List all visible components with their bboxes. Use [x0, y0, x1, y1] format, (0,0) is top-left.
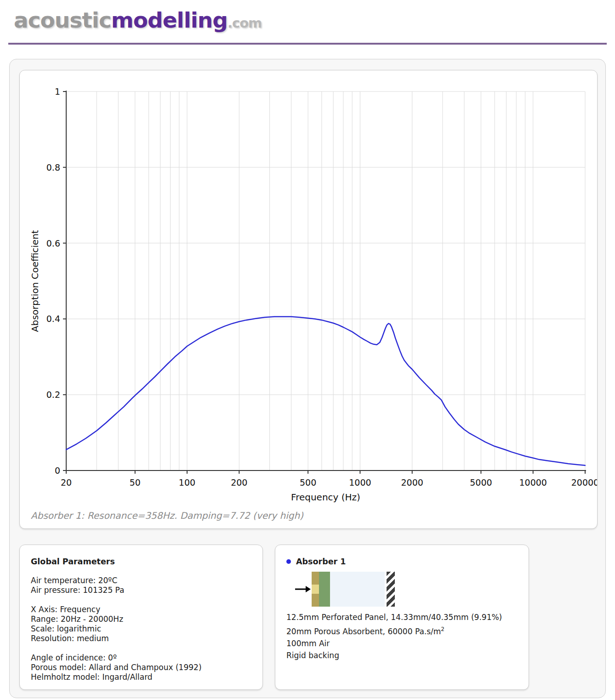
absorber-header: Absorber 1 — [286, 557, 519, 566]
y-tick-label: 0.8 — [46, 162, 60, 172]
layer-air-gap — [330, 572, 385, 607]
logo-part-modelling: modelling — [111, 7, 228, 33]
param-line: Porous model: Allard and Champoux (1992) — [31, 663, 253, 672]
x-tick-label: 10000 — [519, 477, 547, 488]
y-tick-label: 0.2 — [46, 390, 60, 400]
param-line: Angle of incidence: 0º — [31, 653, 253, 663]
incidence-arrow-icon — [295, 585, 311, 593]
y-tick-label: 0 — [55, 465, 60, 476]
layer-porous-absorbent — [319, 572, 330, 607]
absorber-spec-line: 100mm Air — [286, 637, 519, 649]
absorber-spec-line: 12.5mm Perforated Panel, 14.33mm/40.35mm… — [286, 611, 519, 623]
chart-card: 2050100200500100020005000100002000000.20… — [19, 70, 598, 529]
x-tick-label: 200 — [231, 477, 247, 488]
absorber-spec-line: Rigid backing — [286, 649, 519, 661]
absorber-spec-line: 20mm Porous Absorbent, 60000 Pa.s/m2 — [286, 623, 519, 637]
global-parameters-list: Air temperature: 20ºCAir pressure: 10132… — [31, 576, 253, 682]
x-tick-label: 1000 — [349, 477, 371, 488]
x-tick-label: 100 — [179, 477, 195, 488]
y-axis-title: Absorption Coefficient — [29, 230, 40, 332]
logo-part-com: .com — [228, 15, 262, 31]
param-line: Helmholtz model: Ingard/Allard — [31, 672, 253, 682]
absorber-card: Absorber 1 12.5mm Perforated Panel, 14.3… — [275, 545, 529, 690]
x-tick-label: 50 — [130, 477, 141, 488]
absorption-curve — [66, 317, 585, 465]
global-parameters-title: Global Parameters — [31, 557, 253, 566]
absorption-chart: 2050100200500100020005000100002000000.20… — [20, 70, 597, 528]
global-parameters-card: Global Parameters Air temperature: 20ºCA… — [19, 545, 263, 690]
perforation-hole — [312, 585, 319, 594]
site-logo[interactable]: acousticmodelling.com — [14, 7, 262, 33]
absorber-title: Absorber 1 — [296, 557, 346, 566]
x-tick-label: 2000 — [401, 477, 423, 488]
param-line: Range: 20Hz - 20000Hz — [31, 614, 253, 624]
x-tick-label: 5000 — [470, 477, 492, 488]
y-tick-label: 0.4 — [46, 314, 60, 324]
layer-perforated-panel — [312, 572, 319, 607]
layer-rigid-backing — [387, 572, 395, 607]
x-tick-label: 500 — [300, 477, 316, 488]
param-line: Air pressure: 101325 Pa — [31, 585, 253, 595]
header-rule — [8, 43, 607, 45]
param-line — [31, 595, 253, 605]
absorber-layer-diagram — [295, 572, 405, 607]
absorber-spec-list: 12.5mm Perforated Panel, 14.33mm/40.35mm… — [286, 611, 519, 661]
param-line: Resolution: medium — [31, 634, 253, 643]
param-line — [31, 643, 253, 653]
param-line: Air temperature: 20ºC — [31, 576, 253, 585]
param-line: Scale: logarithmic — [31, 624, 253, 634]
param-line: X Axis: Frequency — [31, 605, 253, 614]
x-axis-title: Frequency (Hz) — [291, 492, 360, 503]
y-tick-label: 0.6 — [46, 238, 60, 248]
x-tick-label: 20000 — [571, 477, 597, 488]
x-tick-label: 20 — [61, 477, 72, 488]
chart-caption: Absorber 1: Resonance=358Hz. Damping=7.7… — [31, 510, 303, 521]
logo-part-acoustic: acoustic — [14, 7, 111, 33]
y-tick-label: 1 — [55, 86, 60, 97]
results-panel: 2050100200500100020005000100002000000.20… — [9, 59, 606, 698]
absorber-bullet-icon — [286, 559, 291, 564]
